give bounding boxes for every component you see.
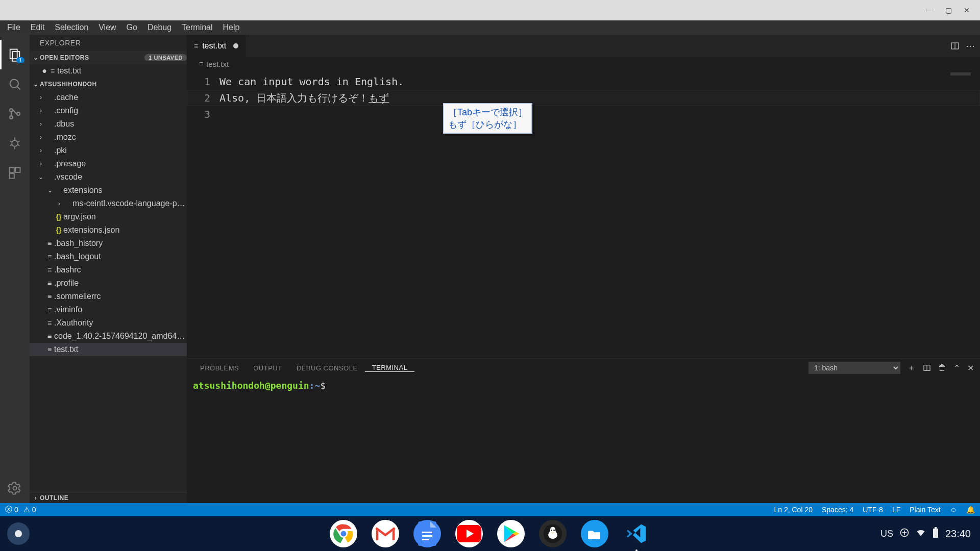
panel-tab-terminal[interactable]: TERMINAL (365, 364, 415, 372)
outline-section[interactable]: › OUTLINE (30, 492, 187, 503)
menu-go[interactable]: Go (121, 23, 142, 32)
tab-test-txt[interactable]: ≡ test.txt (187, 35, 246, 57)
folder-item[interactable]: ›.presage (30, 157, 187, 170)
folder-item[interactable]: ›ms-ceintl.vscode-language-pack-… (30, 197, 187, 210)
minimize-button[interactable]: — (921, 3, 939, 17)
status-eol[interactable]: LF (892, 506, 900, 514)
folder-item[interactable]: ⌄.vscode (30, 170, 187, 184)
menu-help[interactable]: Help (218, 23, 245, 32)
activity-scm-icon[interactable] (0, 99, 30, 129)
folder-item[interactable]: ›.pki (30, 144, 187, 157)
outline-label: OUTLINE (40, 494, 68, 502)
panel-tab-problems[interactable]: PROBLEMS (193, 364, 246, 372)
explorer-sidebar: EXPLORER ⌄ OPEN EDITORS 1 UNSAVED ● ≡ te… (30, 35, 187, 503)
shelf-app-chrome[interactable] (330, 520, 357, 547)
shelf-app-linux[interactable] (539, 520, 567, 547)
status-notifications-icon[interactable]: 🔔 (966, 506, 975, 514)
maximize-panel-icon[interactable]: ⌃ (953, 363, 960, 373)
panel-tab-debug-console[interactable]: DEBUG CONSOLE (289, 364, 365, 372)
shelf-app-files[interactable] (581, 520, 608, 547)
split-terminal-icon[interactable] (923, 364, 931, 372)
activity-explorer-icon[interactable]: 1 (0, 40, 30, 69)
unsaved-badge: 1 UNSAVED (144, 54, 187, 61)
open-editors-section[interactable]: ⌄ OPEN EDITORS 1 UNSAVED (30, 51, 187, 64)
svg-point-7 (12, 140, 18, 146)
activity-search-icon[interactable] (0, 69, 30, 99)
file-item[interactable]: {}extensions.json (30, 223, 187, 237)
svg-point-32 (551, 530, 552, 531)
keyboard-indicator[interactable]: US (880, 529, 893, 539)
menu-view[interactable]: View (93, 23, 121, 32)
file-item[interactable]: ≡test.txt (30, 343, 187, 356)
activity-settings-icon[interactable] (0, 473, 30, 503)
new-terminal-icon[interactable]: ＋ (908, 363, 916, 373)
battery-icon[interactable] (932, 527, 939, 541)
status-warnings[interactable]: ⚠0 (23, 506, 36, 514)
file-item[interactable]: ≡.Xauthority (30, 316, 187, 330)
text-editor[interactable]: 123 We can input words in English.Also, … (187, 70, 980, 358)
breadcrumb[interactable]: ≡ test.txt (187, 57, 980, 70)
wifi-icon[interactable] (916, 528, 926, 540)
file-item[interactable]: ≡.bashrc (30, 263, 187, 277)
shelf-app-vscode[interactable] (623, 520, 650, 547)
ime-candidate[interactable]: もず［ひらがな］ (448, 118, 527, 131)
file-item[interactable]: ≡.profile (30, 277, 187, 290)
panel-tab-output[interactable]: OUTPUT (246, 364, 289, 372)
split-editor-icon[interactable] (950, 41, 960, 51)
shelf-app-docs[interactable] (413, 520, 441, 547)
menu-file[interactable]: File (2, 23, 26, 32)
svg-rect-29 (422, 539, 429, 540)
kill-terminal-icon[interactable]: 🗑 (938, 363, 946, 372)
folder-item[interactable]: ⌄extensions (30, 184, 187, 197)
menu-selection[interactable]: Selection (50, 23, 93, 32)
svg-rect-0 (10, 49, 17, 59)
clock[interactable]: 23:40 (945, 528, 971, 540)
svg-rect-28 (422, 535, 432, 537)
system-tray[interactable]: US 23:40 (880, 527, 980, 541)
folder-item[interactable]: ›.mozc (30, 131, 187, 144)
menu-debug[interactable]: Debug (142, 23, 177, 32)
menu-edit[interactable]: Edit (26, 23, 50, 32)
more-actions-icon[interactable]: ⋯ (966, 40, 975, 52)
maximize-button[interactable]: ▢ (939, 3, 958, 17)
status-feedback-icon[interactable]: ☺ (950, 506, 957, 514)
folder-item[interactable]: ›.config (30, 104, 187, 117)
file-item[interactable]: ≡.bash_history (30, 237, 187, 250)
launcher-button[interactable] (7, 522, 30, 545)
activity-extensions-icon[interactable] (0, 158, 30, 188)
shelf-app-play[interactable] (497, 520, 525, 547)
open-editor-item[interactable]: ● ≡ test.txt (30, 64, 187, 78)
close-button[interactable]: ✕ (958, 3, 976, 17)
file-item[interactable]: ≡code_1.40.2-1574694120_amd64.… (30, 330, 187, 343)
status-errors[interactable]: ⓧ0 (5, 505, 18, 514)
tree-item-label: .config (54, 106, 187, 115)
code-content[interactable]: We can input words in English.Also, 日本語入… (219, 70, 980, 358)
open-editor-label: test.txt (57, 66, 187, 76)
status-language-mode[interactable]: Plain Text (910, 506, 940, 514)
shelf-app-gmail[interactable] (372, 520, 399, 547)
svg-line-3 (17, 87, 20, 90)
folder-item[interactable]: ›.dbus (30, 117, 187, 131)
status-encoding[interactable]: UTF-8 (863, 506, 883, 514)
folder-root-section[interactable]: ⌄ ATSUSHIHONDOH (30, 78, 187, 91)
menu-bar: File Edit Selection View Go Debug Termin… (0, 20, 980, 35)
status-indentation[interactable]: Spaces: 4 (822, 506, 853, 514)
status-cursor-position[interactable]: Ln 2, Col 20 (774, 506, 813, 514)
accessibility-icon[interactable] (899, 528, 910, 540)
minimap[interactable] (950, 72, 971, 76)
tree-item-label: .viminfo (54, 305, 187, 314)
svg-rect-39 (935, 527, 937, 529)
ime-candidate-popup[interactable]: ［Tabキーで選択］ もず［ひらがな］ (443, 103, 532, 134)
file-item[interactable]: ≡.viminfo (30, 303, 187, 316)
json-file-icon: {} (54, 213, 63, 221)
terminal-selector[interactable]: 1: bash (808, 362, 900, 374)
menu-terminal[interactable]: Terminal (177, 23, 217, 32)
shelf-app-youtube[interactable] (455, 520, 483, 547)
file-item[interactable]: ≡.sommelierrc (30, 290, 187, 303)
close-panel-icon[interactable]: ✕ (967, 363, 974, 373)
file-item[interactable]: ≡.bash_logout (30, 250, 187, 263)
terminal[interactable]: atsushihondoh@penguin:~$ (187, 377, 980, 503)
folder-item[interactable]: ›.cache (30, 91, 187, 104)
file-item[interactable]: {}argv.json (30, 210, 187, 223)
activity-debug-icon[interactable] (0, 129, 30, 158)
